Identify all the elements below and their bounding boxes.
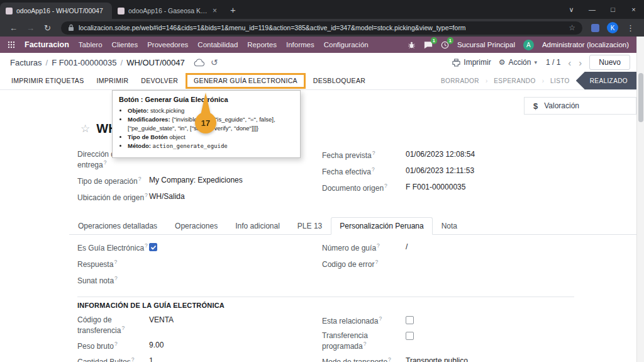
valuation-label: Valoración: [544, 101, 579, 110]
company-selector[interactable]: Sucursal Principal: [457, 41, 515, 48]
forward-icon[interactable]: →: [23, 23, 38, 33]
tooltip-item-tipo-de-boton: Tipo de Botón object: [128, 133, 294, 141]
browser-addressbar: ← → ↻ localizacion.solse.pe/web#id=146&c…: [0, 19, 644, 37]
pager-prev-icon[interactable]: ‹: [568, 57, 571, 68]
field-label: Respuesta: [77, 260, 113, 269]
menu-reportes[interactable]: Reportes: [247, 41, 277, 48]
reload-icon[interactable]: ↻: [40, 23, 55, 33]
status-realizado[interactable]: REALIZADO: [576, 72, 636, 89]
status-listo[interactable]: LISTO: [544, 77, 576, 84]
action-button[interactable]: ⚙Acción▾: [499, 58, 537, 67]
value-numero-de-guia[interactable]: /: [406, 242, 408, 252]
pager-next-icon[interactable]: ›: [579, 57, 582, 68]
button-devolver[interactable]: DEVOLVER: [135, 77, 184, 84]
breadcrumb-invoice[interactable]: F F001-00000035: [52, 58, 116, 67]
menu-informes[interactable]: Informes: [286, 41, 314, 48]
checkbox-transferencia-programada[interactable]: [406, 332, 414, 340]
value-cantidad-bultos[interactable]: 1: [149, 356, 153, 362]
valuation-stat-button[interactable]: $ Valoración: [524, 97, 636, 115]
browser-tab-active[interactable]: odooApp16 - WH/OUT/00047: [0, 3, 112, 19]
statusbar: BORRADOR › ESPERANDO › LISTO REALIZADO: [435, 72, 636, 89]
field-row-peso-bruto: Peso bruto?9.00: [77, 341, 322, 351]
activities-icon[interactable]: 1: [441, 41, 449, 49]
new-button[interactable]: Nuevo: [589, 55, 630, 70]
debug-icon[interactable]: [408, 41, 416, 49]
status-esperando[interactable]: ESPERANDO: [487, 77, 541, 84]
tab-personalizacion-peruana[interactable]: Personalización Peruana: [331, 217, 432, 235]
value-modo-de-transporte[interactable]: Transporte publico: [406, 356, 468, 362]
field-label: Ubicación de origen: [77, 193, 144, 202]
window-maximize-button[interactable]: □: [602, 0, 623, 19]
breadcrumb-facturas[interactable]: Facturas: [10, 58, 42, 67]
button-imprimir[interactable]: IMPRIMIR: [90, 77, 135, 84]
tab-operaciones[interactable]: Operaciones: [166, 217, 226, 235]
url-text[interactable]: localizacion.solse.pe/web#id=146&cids=1&…: [79, 24, 564, 31]
bookmark-star-icon[interactable]: ☆: [569, 23, 575, 32]
favorite-star-icon[interactable]: ☆: [80, 122, 90, 135]
user-avatar[interactable]: A: [523, 40, 534, 50]
browser-menu-icon[interactable]: ⋮: [623, 23, 638, 33]
app-name[interactable]: Facturacion: [25, 40, 69, 49]
window-close-button[interactable]: ×: [623, 0, 644, 19]
menu-clientes[interactable]: Clientes: [112, 41, 138, 48]
window-menu-icon[interactable]: ∨: [561, 0, 582, 19]
help-marker: ?: [145, 192, 148, 198]
menu-tablero[interactable]: Tablero: [79, 41, 103, 48]
value-documento-origen[interactable]: F F001-00000035: [406, 183, 465, 192]
user-menu[interactable]: Administrator (localizacion): [542, 41, 629, 48]
messages-icon[interactable]: 1: [424, 41, 433, 49]
help-marker: ?: [114, 341, 118, 347]
status-borrador[interactable]: BORRADOR: [435, 77, 486, 84]
apps-menu-icon[interactable]: [8, 41, 15, 48]
control-panel-right: Imprimir ⚙Acción▾ 1 / 1 ‹ › Nuevo: [452, 55, 630, 70]
field-row-modo-de-transporte: Modo de transporte?Transporte publico: [322, 356, 636, 362]
url-bar[interactable]: localizacion.solse.pe/web#id=146&cids=1&…: [61, 21, 582, 35]
tab-favicon-icon: [118, 8, 125, 14]
button-imprimir-etiquetas[interactable]: IMPRIMIR ETIQUETAS: [5, 77, 90, 84]
tab-nota[interactable]: Nota: [433, 217, 466, 235]
save-cloud-icon[interactable]: [194, 59, 204, 67]
tab-close-icon[interactable]: ×: [211, 6, 218, 15]
extension-icon[interactable]: [591, 24, 599, 32]
button-generar-guia-electronica[interactable]: GENERAR GUÍA ELECTRONICA: [187, 77, 304, 84]
breadcrumb-separator: /: [46, 58, 48, 67]
value-peso-bruto[interactable]: 9.00: [149, 341, 164, 350]
value-tipo-de-operacion[interactable]: My Company: Expediciones: [149, 176, 243, 185]
window-minimize-button[interactable]: —: [582, 0, 602, 19]
messages-badge: 1: [431, 37, 437, 45]
value-ubicacion-de-origen[interactable]: WH/Salida: [149, 192, 185, 201]
field-row-fecha-prevista: Fecha prevista?01/06/2023 12:08:54: [322, 150, 636, 161]
scrollbar-thumb[interactable]: [638, 73, 643, 122]
tab-ple-13[interactable]: PLE 13: [289, 217, 331, 235]
print-button[interactable]: Imprimir: [452, 58, 491, 67]
button-desbloquear[interactable]: DESBLOQUEAR: [307, 77, 372, 84]
help-marker: ?: [131, 356, 135, 362]
dollar-icon: $: [533, 101, 538, 111]
help-marker: ?: [384, 183, 387, 189]
tab-operaciones-detalladas[interactable]: Operaciones detalladas: [69, 217, 166, 235]
checkbox-esta-relacionada[interactable]: [406, 316, 414, 324]
annotation-highlight-box: GENERAR GUÍA ELECTRONICA: [186, 73, 306, 89]
field-row-esta-relacionada: Esta relacionada?: [322, 315, 636, 326]
tab-info-adicional[interactable]: Info adicional: [226, 217, 289, 235]
discard-icon[interactable]: ↺: [211, 57, 218, 67]
page-scrollbar[interactable]: [636, 37, 644, 362]
menu-configuracion[interactable]: Configuración: [324, 41, 369, 48]
value-codigo-de-transferencia[interactable]: VENTA: [149, 315, 174, 325]
lock-icon: [68, 24, 74, 31]
odoo-navbar: Facturacion Tablero Clientes Proveedores…: [0, 37, 636, 53]
value-fecha-efectiva[interactable]: 01/06/2023 12:11:53: [406, 166, 474, 176]
menu-contabilidad[interactable]: Contabilidad: [197, 41, 238, 48]
new-tab-button[interactable]: +: [230, 4, 236, 15]
browser-tab-2[interactable]: odooApp16 - Gaseosa Kola 3L ×: [112, 3, 224, 19]
back-icon[interactable]: ←: [6, 23, 21, 33]
gear-icon: ⚙: [499, 58, 506, 67]
tab-favicon-icon: [6, 8, 13, 14]
tab-title: odooApp16 - WH/OUT/00047: [16, 7, 106, 14]
notebook-tabs: Operaciones detalladas Operaciones Info …: [69, 217, 636, 235]
value-fecha-prevista[interactable]: 01/06/2023 12:08:54: [406, 150, 475, 159]
menu-proveedores[interactable]: Proveedores: [147, 41, 188, 48]
browser-profile-avatar[interactable]: K: [607, 22, 618, 33]
annotation-marker-17: 17: [194, 93, 217, 133]
checkbox-es-guia-electronica[interactable]: [149, 243, 157, 251]
